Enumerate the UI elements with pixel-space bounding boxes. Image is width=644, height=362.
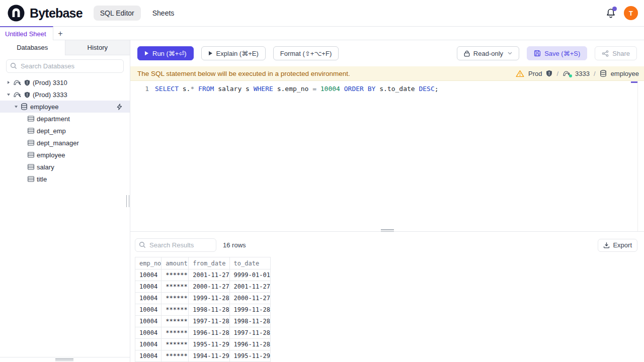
table-cell[interactable]: 1995-11-29 [229,350,270,362]
table-cell[interactable]: ****** [162,304,189,316]
table-cell[interactable]: 10004 [135,293,162,304]
instance-status-dot [569,74,572,77]
table-cell[interactable]: 1998-11-28 [189,304,229,316]
table-cell[interactable]: 1998-11-28 [229,316,270,327]
format-button-label: Format (⇧+⌥+F) [280,50,332,57]
results-header-row: emp_noamountfrom_dateto_date [135,257,271,269]
warning-triangle-icon [516,70,524,77]
tree-item-label: title [37,175,47,183]
table-cell[interactable]: 1999-11-28 [229,304,270,316]
shield-warning-icon [24,79,30,86]
share-button[interactable]: Share [595,46,637,60]
table-cell[interactable]: ****** [162,316,189,327]
sql-editor[interactable]: 1 SELECT s.* FROM salary s WHERE s.emp_n… [130,81,644,231]
table-cell[interactable]: 1997-11-28 [229,327,270,339]
table-cell[interactable]: 1999-11-28 [189,293,229,304]
nav-sql-editor[interactable]: SQL Editor [94,6,141,21]
tree-table-salary[interactable]: salary [0,161,130,173]
table-row[interactable]: 10004******1995-11-291996-11-28 [135,339,271,350]
table-cell[interactable]: 2000-11-27 [189,281,229,293]
table-row[interactable]: 10004******2001-11-279999-01-01 [135,269,271,281]
table-row[interactable]: 10004******2000-11-272001-11-27 [135,281,271,293]
column-header-from_date[interactable]: from_date [189,257,229,269]
add-sheet-button[interactable]: + [53,27,67,40]
table-row[interactable]: 10004******1994-11-291995-11-29 [135,350,271,362]
readonly-mode-select[interactable]: Read-only [457,46,519,60]
caret-right-icon[interactable] [7,80,11,84]
table-cell[interactable]: 10004 [135,327,162,339]
tree-instance-prod-3310[interactable]: (Prod) 3310 [0,76,130,88]
tree-table-department[interactable]: department [0,113,130,125]
tree-instance-prod-3333[interactable]: (Prod) 3333 [0,88,130,101]
tab-databases[interactable]: Databases [0,40,65,55]
table-cell[interactable]: ****** [162,281,189,293]
table-cell[interactable]: 2001-11-27 [189,269,229,281]
lightning-icon[interactable] [117,104,122,110]
sql-token-plain: salary s [214,85,253,93]
tab-history[interactable]: History [65,40,130,55]
overview-ruler-mark [631,81,637,83]
table-cell[interactable]: 2000-11-27 [229,293,270,304]
table-cell[interactable]: 10004 [135,339,162,350]
table-cell[interactable]: 10004 [135,281,162,293]
format-button[interactable]: Format (⇧+⌥+F) [273,46,339,60]
sidebar-resize-grip-icon[interactable] [126,195,129,207]
search-icon [139,241,146,248]
notification-bell-button[interactable] [605,8,616,19]
tree-table-employee[interactable]: employee [0,149,130,161]
table-cell[interactable]: 1996-11-28 [189,327,229,339]
column-header-amount[interactable]: amount [162,257,189,269]
explain-button[interactable]: Explain (⌘+E) [201,46,266,60]
table-cell[interactable]: 10004 [135,316,162,327]
avatar[interactable]: T [624,6,638,20]
table-row[interactable]: 10004******1999-11-282000-11-27 [135,293,271,304]
resize-grip-icon [55,358,73,361]
results-search [135,238,216,252]
editor-scrollbar-track[interactable] [637,81,638,231]
nav-sheets[interactable]: Sheets [146,6,181,21]
table-cell[interactable]: 1994-11-29 [189,350,229,362]
export-button[interactable]: Export [598,239,637,252]
sheet-tab-untitled[interactable]: Untitled Sheet [0,26,53,41]
sql-code-line[interactable]: SELECT s.* FROM salary s WHERE s.emp_no … [155,84,439,94]
caret-down-icon[interactable] [7,93,11,97]
database-search-input[interactable] [6,59,124,73]
tree-table-dept-emp[interactable]: dept_emp [0,125,130,137]
sidebar: Databases History (Prod) 3310(Prod) 3333… [0,40,130,362]
table-cell[interactable]: ****** [162,293,189,304]
readonly-label: Read-only [473,50,503,57]
share-button-label: Share [612,50,630,57]
tree-database-employee[interactable]: employee [0,101,130,113]
table-cell[interactable]: 10004 [135,350,162,362]
column-header-to_date[interactable]: to_date [229,257,270,269]
column-header-emp_no[interactable]: emp_no [135,257,162,269]
table-cell[interactable]: 1997-11-28 [189,316,229,327]
table-cell[interactable]: ****** [162,269,189,281]
table-cell[interactable]: ****** [162,339,189,350]
table-cell[interactable]: 10004 [135,304,162,316]
table-row[interactable]: 10004******1997-11-281998-11-28 [135,316,271,327]
sheet-tab-label: Untitled Sheet [5,30,46,38]
table-cell[interactable]: ****** [162,350,189,362]
explain-button-label: Explain (⌘+E) [216,50,259,57]
sql-token-plain [194,85,198,93]
bytebase-logo[interactable]: Bytebase [7,4,83,22]
table-cell[interactable]: 1996-11-28 [229,339,270,350]
table-cell[interactable]: 10004 [135,269,162,281]
table-row[interactable]: 10004******1998-11-281999-11-28 [135,304,271,316]
table-icon [28,164,34,170]
results-search-input[interactable] [135,238,216,252]
tree-table-dept-manager[interactable]: dept_manager [0,137,130,149]
table-cell[interactable]: 9999-01-01 [229,269,270,281]
table-icon [28,176,34,182]
table-cell[interactable]: 2001-11-27 [229,281,270,293]
save-button[interactable]: Save (⌘+S) [527,46,587,60]
table-cell[interactable]: 1995-11-29 [189,339,229,350]
tree-table-title[interactable]: title [0,173,130,185]
caret-down-icon[interactable] [14,105,18,109]
run-button[interactable]: Run (⌘+⏎) [137,46,194,60]
tree-item-label: dept_emp [37,127,66,135]
sidebar-bottom-divider[interactable] [0,357,130,357]
table-cell[interactable]: ****** [162,327,189,339]
table-row[interactable]: 10004******1996-11-281997-11-28 [135,327,271,339]
